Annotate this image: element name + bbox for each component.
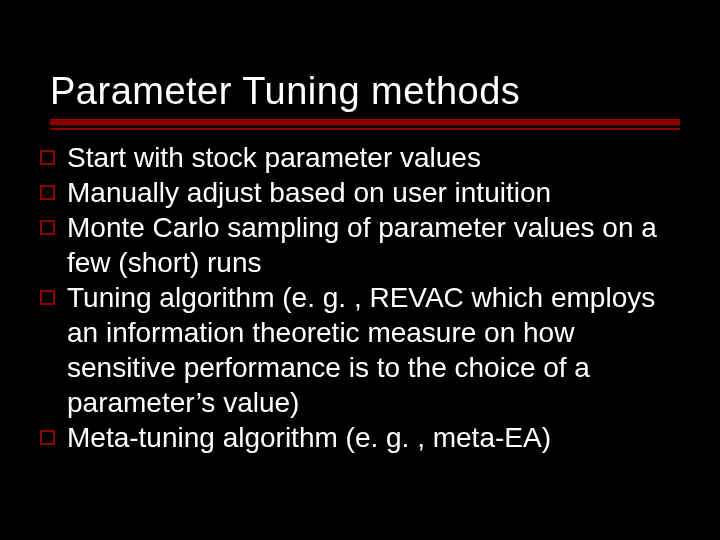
bullet-text: Monte Carlo sampling of parameter values… [67,210,680,280]
slide-title: Parameter Tuning methods [50,70,690,113]
bullet-list: Start with stock parameter values Manual… [30,140,690,455]
checkbox-icon [40,150,55,165]
checkbox-icon [40,290,55,305]
checkbox-icon [40,430,55,445]
list-item: Tuning algorithm (e. g. , REVAC which em… [40,280,680,420]
list-item: Manually adjust based on user intuition [40,175,680,210]
bullet-text: Start with stock parameter values [67,140,680,175]
bullet-text: Tuning algorithm (e. g. , REVAC which em… [67,280,680,420]
checkbox-icon [40,220,55,235]
list-item: Meta-tuning algorithm (e. g. , meta-EA) [40,420,680,455]
slide: Parameter Tuning methods Start with stoc… [0,0,720,540]
checkbox-icon [40,185,55,200]
bullet-text: Manually adjust based on user intuition [67,175,680,210]
list-item: Start with stock parameter values [40,140,680,175]
title-underline [50,119,680,130]
list-item: Monte Carlo sampling of parameter values… [40,210,680,280]
bullet-text: Meta-tuning algorithm (e. g. , meta-EA) [67,420,680,455]
